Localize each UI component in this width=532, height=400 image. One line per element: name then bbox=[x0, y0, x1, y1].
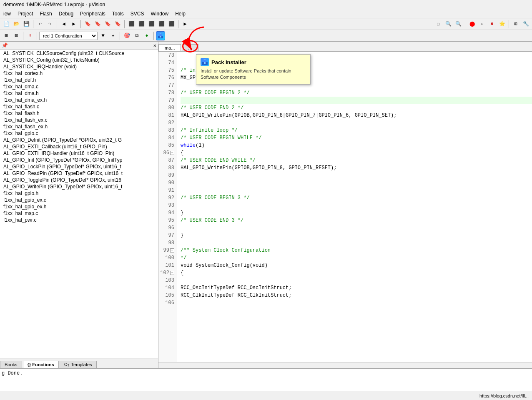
code-line[interactable]: /* USER CODE BEGIN 3 */ bbox=[181, 194, 532, 202]
left-list-item[interactable]: f1xx_hal_flash_ex.c bbox=[0, 117, 158, 123]
code-line[interactable] bbox=[181, 299, 532, 307]
pack-installer-button[interactable] bbox=[156, 31, 165, 40]
tb2-target-button[interactable]: 🎯 bbox=[122, 31, 131, 40]
target2-button[interactable]: 🔍 bbox=[444, 20, 453, 29]
code-tab-main[interactable]: ma... bbox=[158, 44, 181, 51]
code-line[interactable] bbox=[181, 277, 532, 284]
left-list-item[interactable]: AL_GPIO_TogglePin (GPIO_TypeDef* GPIOx, … bbox=[0, 177, 158, 183]
left-list-item[interactable]: f1xx_hal_dma.h bbox=[0, 90, 158, 97]
tb2-diamond-button[interactable]: ♦ bbox=[142, 31, 151, 40]
left-list-item[interactable]: f1xx_hal_pwr.c bbox=[0, 217, 158, 223]
code-line[interactable]: /* USER CODE END 3 */ bbox=[181, 217, 532, 224]
new-button[interactable]: 📄 bbox=[2, 20, 11, 29]
menu-help[interactable]: Help bbox=[172, 10, 189, 18]
left-list-item[interactable]: f1xx_hal_cortex.h bbox=[0, 70, 158, 77]
code-line[interactable] bbox=[181, 172, 532, 179]
window-layout-button[interactable]: ⊞ bbox=[511, 20, 520, 29]
left-list-item[interactable]: f1xx_hal_flash.c bbox=[0, 103, 158, 110]
left-list-item[interactable]: AL_GPIO_LockPin (GPIO_TypeDef* GPIOx, ui… bbox=[0, 163, 158, 170]
forward-button[interactable]: ▶ bbox=[69, 20, 78, 29]
format3-button[interactable]: ⬛ bbox=[147, 20, 156, 29]
debug-star-button[interactable]: ⭐ bbox=[497, 20, 507, 29]
left-list-item[interactable]: f1xx_hal_gpio_ex.c bbox=[0, 197, 158, 203]
code-tab-2[interactable]: ... bbox=[182, 44, 198, 51]
indent-button[interactable]: ⬛ bbox=[127, 20, 136, 29]
config-arrow-button[interactable]: ▼ bbox=[98, 31, 108, 40]
tab-functions[interactable]: {} Functions bbox=[23, 361, 59, 368]
left-list-item[interactable]: f1xx_hal_msp.c bbox=[0, 210, 158, 217]
save-button[interactable]: 💾 bbox=[22, 20, 31, 29]
bookmark1-button[interactable]: 🔖 bbox=[83, 20, 92, 29]
code-line[interactable]: HAL_GPIO_WritePin(GPIOB,GPIO_PIN_8|GPIO_… bbox=[181, 112, 532, 119]
undo-button[interactable]: ↩ bbox=[35, 20, 45, 29]
left-list-item[interactable]: AL_GPIO_EXTI_IRQHandler (uint16_t GPIO_P… bbox=[0, 150, 158, 157]
code-line[interactable]: /* USER CODE BEGIN WHILE */ bbox=[181, 134, 532, 142]
format4-button[interactable]: ⬛ bbox=[157, 20, 166, 29]
left-list-item[interactable]: f1xx_hal_flash.h bbox=[0, 110, 158, 117]
left-list-item[interactable]: f1xx_hal_flash_ex.h bbox=[0, 123, 158, 130]
debug-red-button[interactable]: ⬤ bbox=[467, 20, 477, 29]
unindent-button[interactable]: ⬛ bbox=[137, 20, 146, 29]
tb2-copy-button[interactable]: ⧉ bbox=[132, 31, 141, 40]
debug-circle-button[interactable]: ○ bbox=[477, 20, 487, 29]
debug-remove-button[interactable]: ✖ bbox=[487, 20, 497, 29]
left-list-item[interactable]: f1xx_hal_def.h bbox=[0, 77, 158, 83]
redo-button[interactable]: ↪ bbox=[45, 20, 55, 29]
code-line[interactable]: { bbox=[181, 149, 532, 157]
left-list-item[interactable]: AL_GPIO_EXTI_Callback (uint16_t GPIO_Pin… bbox=[0, 143, 158, 150]
target1-button[interactable]: ☐ bbox=[434, 20, 443, 29]
code-line[interactable]: { bbox=[181, 269, 532, 277]
bookmark2-button[interactable]: 🔖 bbox=[93, 20, 102, 29]
code-line[interactable]: void SystemClock_Config(void) bbox=[181, 262, 532, 269]
code-line[interactable] bbox=[181, 187, 532, 194]
code-line[interactable] bbox=[181, 224, 532, 232]
left-list-item[interactable]: f1xx_hal_gpio.h bbox=[0, 190, 158, 197]
menu-project[interactable]: Project bbox=[14, 10, 36, 18]
code-line[interactable]: RCC_OscInitTypeDef RCC_OscInitStruct; bbox=[181, 284, 532, 292]
code-line[interactable]: /* USER CODE BEGIN 2 */ bbox=[181, 89, 532, 97]
code-line[interactable]: /* USER CODE END WHILE */ bbox=[181, 157, 532, 164]
left-list-item[interactable]: f1xx_hal_gpio.c bbox=[0, 130, 158, 137]
left-list-item[interactable]: AL_SYSTICK_IRQHandler (void) bbox=[0, 63, 158, 70]
code-line[interactable]: } bbox=[181, 232, 532, 239]
menu-debug[interactable]: Debug bbox=[55, 10, 77, 18]
config-dropdown[interactable]: red 1 Configuration bbox=[39, 32, 98, 40]
left-list-item[interactable]: f1xx_hal_dma_ex.h bbox=[0, 97, 158, 103]
tb2-btn3[interactable]: ⬇ bbox=[25, 31, 35, 40]
menu-window[interactable]: Window bbox=[148, 10, 172, 18]
bookmark4-button[interactable]: 🔖 bbox=[113, 20, 122, 29]
code-line[interactable] bbox=[181, 97, 532, 104]
tb2-btn2[interactable]: ⊟ bbox=[12, 31, 21, 40]
left-list-item[interactable]: AL_GPIO_WritePin (GPIO_TypeDef* GPIOx, u… bbox=[0, 183, 158, 190]
menu-svcs[interactable]: SVCS bbox=[127, 10, 148, 18]
code-line[interactable]: /* Infinite loop */ bbox=[181, 127, 532, 134]
back-button[interactable]: ◀ bbox=[59, 20, 68, 29]
find-button[interactable]: 🔍 bbox=[454, 20, 463, 29]
menu-peripherals[interactable]: Peripherals bbox=[77, 10, 109, 18]
settings-button[interactable]: 🔧 bbox=[521, 20, 530, 29]
tab-templates[interactable]: Ω↑ Templates bbox=[60, 361, 97, 368]
code-line[interactable]: } bbox=[181, 209, 532, 217]
left-panel-close-icon[interactable]: ✕ bbox=[153, 42, 156, 49]
fold-icon[interactable]: − bbox=[170, 248, 174, 252]
code-content[interactable]: /* initialize all configured peripherals… bbox=[177, 52, 532, 362]
code-line[interactable]: /** System Clock Configuration bbox=[181, 247, 532, 254]
code-line[interactable]: HAL_GPIO_WritePin(GPIOB,GPIO_PIN_8, GPIO… bbox=[181, 164, 532, 172]
tb2-btn1[interactable]: ⊞ bbox=[2, 31, 11, 40]
code-hscroll[interactable] bbox=[158, 362, 532, 368]
tab-books[interactable]: Books bbox=[0, 361, 22, 368]
code-line[interactable]: */ bbox=[181, 254, 532, 262]
open-button[interactable]: 📂 bbox=[12, 20, 21, 29]
code-line[interactable] bbox=[181, 179, 532, 187]
code-line[interactable] bbox=[181, 202, 532, 209]
code-line[interactable]: /* USER CODE END 2 */ bbox=[181, 104, 532, 112]
menu-iew[interactable]: iew bbox=[0, 10, 14, 18]
format5-button[interactable]: ⬛ bbox=[167, 20, 176, 29]
fold-icon[interactable]: − bbox=[170, 271, 174, 275]
left-list-item[interactable]: AL_GPIO_Init (GPIO_TypeDef *GPIOx, GPIO_… bbox=[0, 157, 158, 163]
code-line[interactable]: while (1) bbox=[181, 142, 532, 149]
tb2-magic-button[interactable]: ✦ bbox=[108, 31, 118, 40]
code-line[interactable] bbox=[181, 239, 532, 247]
left-list-item[interactable]: f1xx_hal_dma.c bbox=[0, 83, 158, 90]
left-panel-pin-icon[interactable]: 📌 bbox=[2, 42, 8, 49]
